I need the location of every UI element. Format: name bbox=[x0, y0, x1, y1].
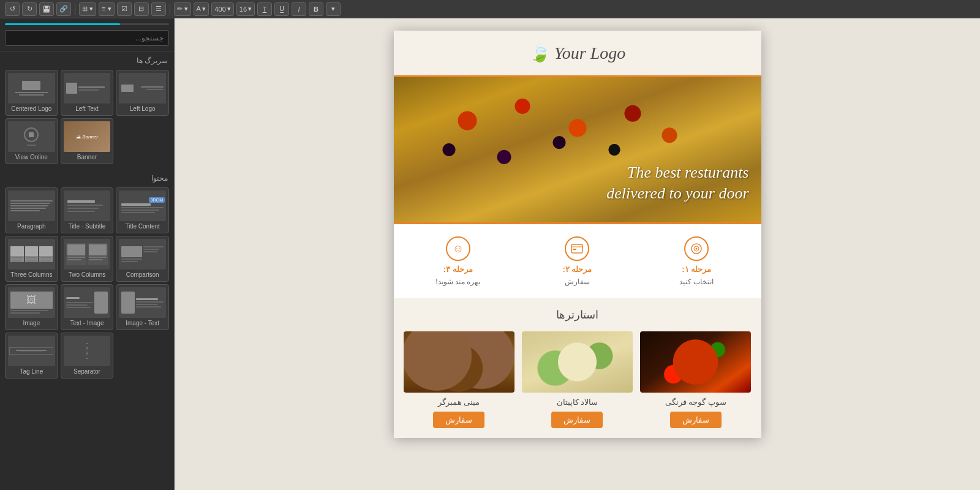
thumb-tc-badge: 3ROM bbox=[149, 197, 165, 203]
food-name-burger: مینی همبرگر bbox=[438, 398, 480, 407]
template-image[interactable]: 🖼 Image bbox=[5, 284, 58, 330]
thumb-gi-line-2a bbox=[26, 257, 37, 258]
logo-leaf-icon: 🍃 bbox=[529, 43, 551, 63]
template-title-content[interactable]: 3ROM Title Content bbox=[116, 187, 169, 233]
toolbar-save[interactable] bbox=[39, 2, 54, 16]
toolbar-link[interactable]: 🔗 bbox=[56, 2, 71, 16]
thumb-para-visual bbox=[8, 198, 55, 214]
thumb-ti-l2 bbox=[66, 304, 88, 306]
template-thumb-text-image bbox=[64, 287, 111, 318]
thumb-sep-arrows: ∧ ∨ bbox=[85, 346, 89, 356]
svg-rect-1 bbox=[45, 6, 48, 9]
thumb-gi-line-3b bbox=[40, 260, 51, 262]
svg-point-8 bbox=[696, 248, 698, 250]
thumb-comp-line-2b bbox=[143, 249, 160, 250]
toolbar-list-unordered[interactable]: ☰ bbox=[151, 2, 166, 16]
sidebar-progress-fill bbox=[5, 23, 120, 25]
thumb-comp-line-1b bbox=[121, 261, 138, 262]
header-templates-grid: Centered Logo Left Text bbox=[0, 67, 174, 169]
food-card-soup: سوپ گوجه فرنگی سفارش bbox=[640, 331, 751, 428]
toolbar-pen[interactable]: ✏ ▾ bbox=[174, 2, 191, 16]
toolbar-italic[interactable]: I bbox=[292, 2, 306, 16]
thumb-sep-line-2 bbox=[86, 358, 88, 359]
order-btn-soup[interactable]: سفارش bbox=[670, 412, 722, 428]
thumb-comp-line-2c bbox=[143, 251, 157, 252]
toolbar-more[interactable]: ▾ bbox=[326, 2, 341, 16]
template-three-columns[interactable]: Three Columns bbox=[5, 236, 58, 282]
template-label-comparison: Comparison bbox=[126, 271, 159, 279]
thumb-banner-text: ⛰ Banner bbox=[76, 134, 98, 140]
template-two-columns[interactable]: Two Columns bbox=[61, 236, 114, 282]
thumb-view-online-visual bbox=[24, 121, 39, 152]
order-btn-burger[interactable]: سفارش bbox=[433, 412, 484, 428]
thumb-gi-img-2 bbox=[25, 246, 39, 256]
thumb-para-line-1 bbox=[10, 200, 53, 202]
toolbar-redo[interactable]: ↻ bbox=[22, 2, 37, 16]
toolbar-underline[interactable]: T bbox=[257, 2, 272, 16]
order-btn-salad[interactable]: سفارش bbox=[551, 412, 603, 428]
template-thumb-comparison bbox=[119, 239, 166, 270]
thumb-grid-item-2 bbox=[25, 246, 39, 262]
toolbar-table[interactable]: ⊞ ▾ bbox=[79, 2, 96, 16]
toolbar-text-align[interactable]: ≡ ▾ bbox=[99, 2, 114, 16]
toolbar-refresh[interactable]: ↺ bbox=[5, 2, 20, 16]
toolbar-strikethrough[interactable]: U̲ bbox=[274, 2, 289, 16]
food-card-burger: مینی همبرگر سفارش bbox=[404, 331, 514, 428]
template-label-text-image: Text - Image bbox=[70, 320, 104, 327]
template-thumb-view-online bbox=[8, 121, 55, 152]
thumb-it-l1 bbox=[136, 301, 164, 303]
toolbar-font-size[interactable]: 400 ▾ bbox=[211, 2, 233, 16]
template-paragraph[interactable]: Paragraph bbox=[5, 187, 58, 233]
food-img-salad bbox=[522, 331, 633, 393]
food-grid: مینی همبرگر سفارش سالاد کاپیتان سفارش bbox=[404, 331, 752, 428]
template-title-subtitle[interactable]: Title - Subtitle bbox=[61, 187, 114, 233]
thumb-small-line-1 bbox=[10, 310, 48, 311]
thumb-grid-item-3 bbox=[39, 246, 53, 262]
content-templates-grid: Paragraph Title - Subtitle bbox=[0, 185, 174, 383]
thumb-tc-line-2 bbox=[121, 209, 159, 211]
thumb-para-line-4 bbox=[10, 208, 46, 209]
svg-rect-5 bbox=[573, 249, 576, 250]
search-input[interactable] bbox=[5, 30, 169, 46]
thumb-col-line-1b bbox=[67, 259, 81, 260]
toolbar-checkbox[interactable]: ☑ bbox=[117, 2, 132, 16]
steps-section: ☺ مرحله ۳: بهره مند شوید! مرحله ۲: سفارش bbox=[394, 222, 761, 298]
thumb-ts-sub-3 bbox=[67, 211, 95, 212]
template-left-text[interactable]: Left Text bbox=[61, 70, 114, 116]
toolbar-list-ordered[interactable]: ⊟ bbox=[134, 2, 149, 16]
template-tag-line[interactable]: Tag Line bbox=[5, 333, 58, 379]
toolbar-line-height[interactable]: 16 ▾ bbox=[236, 2, 255, 16]
template-image-text[interactable]: Image - Text bbox=[116, 284, 169, 330]
template-text-image[interactable]: Text - Image bbox=[61, 284, 114, 330]
template-view-online[interactable]: View Online bbox=[5, 118, 58, 164]
template-separator[interactable]: ∧ ∨ Separator bbox=[61, 333, 114, 379]
thumb-tag-line-visual bbox=[9, 336, 53, 366]
template-comparison[interactable]: Comparison bbox=[116, 236, 169, 282]
template-centered-logo[interactable]: Centered Logo bbox=[5, 70, 58, 116]
thumb-ti-l3 bbox=[66, 307, 91, 308]
template-label-three-columns: Three Columns bbox=[10, 271, 52, 279]
thumb-2col-visual bbox=[64, 241, 111, 268]
thumb-gi-line-2b bbox=[26, 260, 37, 262]
template-banner[interactable]: ⛰ Banner Banner bbox=[61, 118, 114, 164]
template-thumb-image: 🖼 bbox=[8, 287, 55, 318]
step-1-title: مرحله ۱: bbox=[682, 265, 711, 274]
template-label-centered-logo: Centered Logo bbox=[11, 105, 51, 113]
email-template: 🍃 Your Logo The best resturants delivere… bbox=[394, 31, 761, 438]
toolbar-font-color[interactable]: A ▾ bbox=[194, 2, 209, 16]
step-item-2: مرحله ۲: سفارش bbox=[519, 234, 636, 288]
food-img-burger bbox=[404, 331, 514, 393]
template-left-logo[interactable]: Left Logo bbox=[116, 70, 169, 116]
thumb-it-l3 bbox=[136, 306, 160, 307]
template-thumb-title-content: 3ROM bbox=[119, 190, 166, 221]
toolbar-bold[interactable]: B bbox=[309, 2, 323, 16]
hero-line-2: delivered to your door bbox=[606, 183, 748, 204]
thumb-grid-visual bbox=[8, 244, 55, 265]
step-3-subtitle: بهره مند شوید! bbox=[435, 277, 480, 286]
sidebar: سربرگ ها Centered Logo bbox=[0, 18, 175, 490]
thumb-grid-item-1 bbox=[10, 246, 24, 262]
food-card-salad: سالاد کاپیتان سفارش bbox=[522, 331, 633, 428]
thumb-comp-line-2a bbox=[143, 246, 164, 247]
thumb-ti-l1 bbox=[66, 302, 94, 303]
thumb-it-l2 bbox=[136, 304, 158, 305]
